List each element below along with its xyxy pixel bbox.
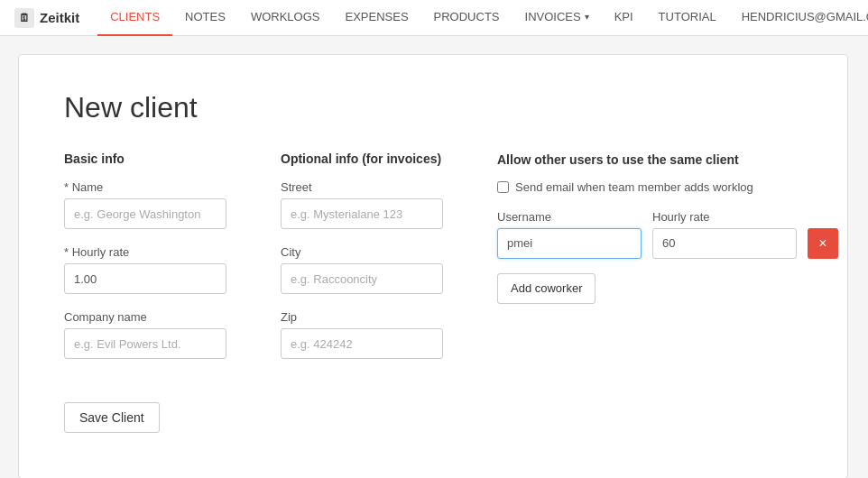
optional-info-column: Optional info (for invoices) Street City… <box>281 152 443 375</box>
name-field-group: * Name <box>64 180 226 229</box>
basic-info-column: Basic info * Name * Hourly rate Company … <box>64 152 226 433</box>
company-name-input[interactable] <box>64 328 226 359</box>
brand-logo[interactable]: 🗓 Zeitkit <box>14 8 79 28</box>
street-field-group: Street <box>281 180 443 229</box>
zip-field-group: Zip <box>281 310 443 359</box>
nav-item-products[interactable]: PRODUCTS <box>421 0 512 36</box>
page-title: New client <box>64 91 802 124</box>
basic-info-title: Basic info <box>64 152 226 166</box>
coworkers-column: Allow other users to use the same client… <box>497 152 838 304</box>
coworker-entry-row: Username Hourly rate × <box>497 210 838 259</box>
coworker-username-field: Username <box>497 210 642 259</box>
brand-name: Zeitkit <box>40 10 79 25</box>
coworkers-section-title: Allow other users to use the same client <box>497 152 838 170</box>
coworker-hourly-rate-field: Hourly rate <box>652 210 797 259</box>
nav-item-notes[interactable]: NOTES <box>172 0 238 36</box>
save-client-button[interactable]: Save Client <box>64 402 160 433</box>
coworker-username-label: Username <box>497 210 642 224</box>
invoices-dropdown-icon: ▾ <box>585 12 589 22</box>
street-label: Street <box>281 180 443 194</box>
zip-input[interactable] <box>281 328 443 359</box>
name-label: * Name <box>64 180 226 194</box>
nav-item-clients[interactable]: CLIENTS <box>97 0 172 36</box>
nav-item-tutorial[interactable]: TUTORIAL <box>646 0 729 36</box>
coworker-hourly-rate-label: Hourly rate <box>652 210 797 224</box>
email-checkbox-label: Send email when team member adds worklog <box>515 180 753 194</box>
coworker-hourly-rate-input[interactable] <box>652 228 797 259</box>
optional-info-title: Optional info (for invoices) <box>281 152 443 166</box>
main-card: New client Basic info * Name * Hourly ra… <box>18 54 848 478</box>
company-name-field-group: Company name <box>64 310 226 359</box>
add-coworker-button[interactable]: Add coworker <box>497 273 596 304</box>
street-input[interactable] <box>281 198 443 229</box>
zip-label: Zip <box>281 310 443 324</box>
nav-item-kpi[interactable]: KPI <box>602 0 646 36</box>
nav-item-expenses[interactable]: EXPENSES <box>332 0 420 36</box>
remove-icon: × <box>818 235 826 252</box>
content-wrapper: New client Basic info * Name * Hourly ra… <box>0 36 868 478</box>
navbar: 🗓 Zeitkit CLIENTS NOTES WORKLOGS EXPENSE… <box>0 0 868 36</box>
nav-item-invoices[interactable]: INVOICES ▾ <box>512 0 602 36</box>
company-name-label: Company name <box>64 310 226 324</box>
city-input[interactable] <box>281 263 443 294</box>
nav-item-user[interactable]: HENDRICIUS@GMAIL.COM ▾ <box>729 0 868 36</box>
hourly-rate-input[interactable] <box>64 263 226 294</box>
hourly-rate-label: * Hourly rate <box>64 245 226 259</box>
brand-icon: 🗓 <box>14 8 34 28</box>
email-checkbox[interactable] <box>497 181 509 193</box>
hourly-rate-field-group: * Hourly rate <box>64 245 226 294</box>
coworker-username-input[interactable] <box>497 228 642 259</box>
form-layout: Basic info * Name * Hourly rate Company … <box>64 152 802 433</box>
email-checkbox-row: Send email when team member adds worklog <box>497 180 838 194</box>
remove-coworker-button[interactable]: × <box>808 228 838 259</box>
nav-item-worklogs[interactable]: WORKLOGS <box>238 0 333 36</box>
city-field-group: City <box>281 245 443 294</box>
name-input[interactable] <box>64 198 226 229</box>
city-label: City <box>281 245 443 259</box>
